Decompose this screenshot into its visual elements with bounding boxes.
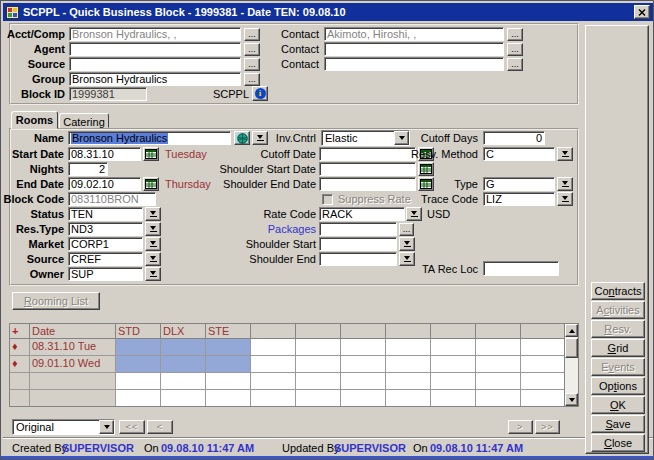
grid-cell[interactable] xyxy=(476,373,521,390)
grid-cell[interactable] xyxy=(161,356,206,373)
agent-field[interactable] xyxy=(69,42,241,56)
grid-cell[interactable] xyxy=(206,373,251,390)
shoulder-start-lov-button[interactable] xyxy=(399,237,415,251)
grid-cell[interactable] xyxy=(296,356,341,373)
status-lov-button[interactable] xyxy=(145,207,161,221)
grid-cell[interactable] xyxy=(521,373,566,390)
rate-code-lov-button[interactable] xyxy=(406,207,422,221)
scroll-down-button[interactable] xyxy=(565,393,578,406)
grid-cell[interactable] xyxy=(116,390,161,407)
grid-cell[interactable] xyxy=(341,356,386,373)
scppl-info-button[interactable]: i xyxy=(252,86,268,101)
block-grid[interactable]: +DateSTDDLXSTE♦08.31.10 Tue♦09.01.10 Wed xyxy=(9,323,579,407)
grid-cell[interactable] xyxy=(251,339,296,356)
options-button[interactable]: Options xyxy=(591,377,645,395)
grid-cell[interactable] xyxy=(386,339,431,356)
view-select[interactable]: Original xyxy=(12,419,115,435)
grid-cell[interactable] xyxy=(116,339,161,356)
close-button[interactable]: Close xyxy=(591,434,645,452)
group-field[interactable]: Bronson Hydraulics xyxy=(69,72,241,86)
source-lov-button[interactable]: ... xyxy=(244,58,260,71)
contracts-button[interactable]: Contracts xyxy=(591,282,645,300)
shoulder-start-field[interactable] xyxy=(319,237,397,251)
acct-comp-lov-button[interactable]: ... xyxy=(244,28,260,41)
grid-cell[interactable] xyxy=(251,356,296,373)
shoulder-start-date-field[interactable] xyxy=(319,162,416,176)
grid-cell[interactable] xyxy=(386,373,431,390)
cutoff-days-field[interactable]: 0 xyxy=(483,131,545,145)
grid-button[interactable]: Grid xyxy=(591,339,645,357)
scroll-up-button[interactable] xyxy=(565,324,578,337)
source2-lov-button[interactable] xyxy=(145,252,161,266)
ok-button[interactable]: OK xyxy=(591,396,645,414)
contact1-lov-button[interactable]: ... xyxy=(507,28,523,41)
grid-cell[interactable] xyxy=(431,356,476,373)
grid-cell[interactable] xyxy=(341,390,386,407)
grid-cell[interactable] xyxy=(296,339,341,356)
grid-cell[interactable] xyxy=(476,390,521,407)
contact3-field[interactable] xyxy=(324,57,504,71)
rate-code-field[interactable]: RACK xyxy=(319,207,405,221)
grid-cell[interactable] xyxy=(161,373,206,390)
grid-cell[interactable] xyxy=(116,356,161,373)
ta-rec-loc-field[interactable] xyxy=(483,261,559,276)
packages-lov-button[interactable]: ... xyxy=(399,223,414,236)
grid-cell[interactable] xyxy=(431,373,476,390)
grid-scrollbar[interactable] xyxy=(564,324,578,406)
suppress-rate-checkbox[interactable] xyxy=(322,194,333,205)
grid-cell[interactable] xyxy=(296,373,341,390)
grid-cell[interactable] xyxy=(386,356,431,373)
start-date-field[interactable]: 08.31.10 xyxy=(68,147,141,161)
owner-lov-button[interactable] xyxy=(145,267,161,281)
grid-cell[interactable] xyxy=(476,356,521,373)
market-lov-button[interactable] xyxy=(145,237,161,251)
type-lov-button[interactable] xyxy=(557,177,573,191)
resv-method-lov-button[interactable] xyxy=(557,147,573,161)
trace-code-lov-button[interactable] xyxy=(557,192,573,206)
grid-cell[interactable] xyxy=(161,339,206,356)
grid-cell[interactable] xyxy=(431,339,476,356)
grid-cell[interactable] xyxy=(521,339,566,356)
acct-comp-field[interactable]: Bronson Hydraulics, , xyxy=(69,27,241,41)
grid-cell[interactable] xyxy=(476,339,521,356)
res-type-lov-button[interactable] xyxy=(145,222,161,236)
contact3-lov-button[interactable]: ... xyxy=(507,58,523,71)
grid-cell[interactable] xyxy=(206,390,251,407)
group-lov-button[interactable]: ... xyxy=(244,73,260,86)
shoulder-start-date-calendar-button[interactable] xyxy=(418,162,434,176)
contact2-lov-button[interactable]: ... xyxy=(507,43,523,56)
contact1-field[interactable]: Akimoto, Hiroshi, , xyxy=(324,27,504,41)
grid-cell[interactable] xyxy=(206,356,251,373)
owner-field[interactable]: SUP xyxy=(68,267,143,281)
grid-cell[interactable] xyxy=(116,373,161,390)
view-select-dropdown-button[interactable] xyxy=(99,420,114,434)
contact2-field[interactable] xyxy=(324,42,504,56)
end-date-calendar-button[interactable] xyxy=(143,177,159,191)
grid-cell[interactable] xyxy=(296,390,341,407)
resv-method-field[interactable]: C xyxy=(483,147,555,161)
grid-cell[interactable] xyxy=(251,390,296,407)
grid-cell[interactable] xyxy=(431,390,476,407)
nights-field[interactable]: 2 xyxy=(68,162,108,176)
packages-label[interactable]: Packages xyxy=(189,223,316,236)
status-field[interactable]: TEN xyxy=(68,207,143,221)
end-date-field[interactable]: 09.02.10 xyxy=(68,177,141,191)
source2-field[interactable]: CREF xyxy=(68,252,143,266)
grid-cell[interactable] xyxy=(521,356,566,373)
tab-rooms[interactable]: Rooms xyxy=(11,111,58,129)
tab-catering[interactable]: Catering xyxy=(59,113,109,128)
market-field[interactable]: CORP1 xyxy=(68,237,143,251)
trace-code-field[interactable]: LIZ xyxy=(483,192,555,206)
grid-cell[interactable] xyxy=(161,390,206,407)
agent-lov-button[interactable]: ... xyxy=(244,43,260,56)
source-field[interactable] xyxy=(69,57,241,71)
grid-cell[interactable] xyxy=(386,390,431,407)
scrollbar-thumb[interactable] xyxy=(565,338,578,358)
save-button[interactable]: Save xyxy=(591,415,645,433)
type-field[interactable]: G xyxy=(483,177,555,191)
res-type-field[interactable]: ND3 xyxy=(68,222,143,236)
grid-cell[interactable] xyxy=(521,390,566,407)
grid-cell[interactable] xyxy=(206,339,251,356)
packages-field[interactable] xyxy=(319,222,397,236)
grid-cell[interactable] xyxy=(341,339,386,356)
